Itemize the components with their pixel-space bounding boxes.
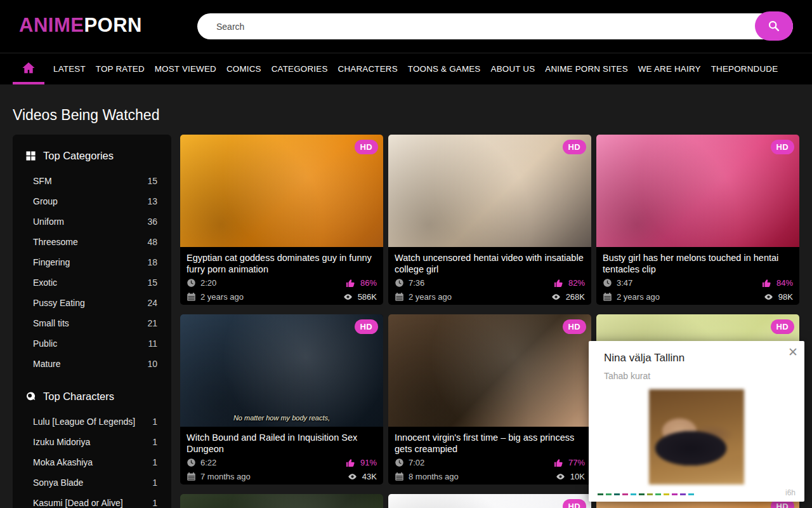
video-card[interactable]: HD Innocent virgin's first time – big as…: [388, 314, 591, 485]
character-count: 1: [152, 478, 157, 488]
category-item[interactable]: Uniform 36: [24, 211, 160, 232]
ad-dash: [631, 493, 636, 495]
ad-dash: [672, 493, 678, 495]
character-item[interactable]: Kasumi [Dead or Alive] 1: [24, 493, 160, 508]
category-item[interactable]: Group 13: [24, 191, 160, 211]
nav-item[interactable]: WE ARE HAIRY: [638, 64, 701, 74]
video-thumbnail[interactable]: [180, 494, 383, 508]
video-views: 268K: [551, 292, 585, 302]
category-label: Exotic: [33, 277, 57, 288]
video-likes: 82%: [554, 278, 585, 288]
category-item[interactable]: Public 11: [24, 333, 160, 354]
logo-text-secondary: PORN: [84, 14, 142, 36]
video-age: 7 months ago: [187, 472, 251, 481]
category-item[interactable]: Pussy Eating 24: [24, 293, 160, 313]
category-label: Fingering: [33, 257, 70, 267]
character-label: Kasumi [Dead or Alive]: [33, 498, 123, 508]
site-logo[interactable]: ANIMEPORN: [19, 14, 142, 37]
top-characters-header: Top Characters: [25, 391, 160, 403]
character-label: Sonya Blade: [33, 478, 83, 488]
category-count: 18: [147, 257, 157, 267]
nav-item[interactable]: TOONS & GAMES: [408, 64, 481, 74]
popup-watermark: i6h: [785, 488, 796, 497]
video-info: Busty girl has her melons touched in hen…: [596, 247, 799, 305]
nav-item[interactable]: LATEST: [53, 64, 86, 74]
nav-item-home[interactable]: [13, 53, 44, 84]
category-count: 24: [147, 298, 157, 308]
video-card-partial[interactable]: [180, 494, 383, 508]
logo-text-primary: ANIME: [19, 14, 84, 36]
top-categories-title: Top Categories: [43, 150, 114, 162]
nav-item[interactable]: COMICS: [226, 64, 261, 74]
ad-dash: [647, 493, 653, 495]
character-count: 1: [152, 417, 157, 427]
category-item[interactable]: Exotic 15: [24, 272, 160, 293]
calendar-icon: [603, 292, 612, 302]
category-label: SFM: [33, 176, 52, 186]
calendar-icon: [395, 472, 404, 481]
nav-item[interactable]: CHARACTERS: [338, 64, 398, 74]
video-card[interactable]: HD No matter how my body reacts, Witch B…: [180, 314, 383, 485]
eye-icon: [763, 292, 774, 302]
nav-item[interactable]: ABOUT US: [491, 64, 535, 74]
clock-icon: [395, 458, 404, 467]
video-thumbnail[interactable]: HD: [388, 314, 591, 427]
video-title[interactable]: Busty girl has her melons touched in hen…: [603, 252, 793, 275]
video-title[interactable]: Innocent virgin's first time – big ass p…: [395, 432, 585, 455]
popup-subtitle: Tahab kurat: [604, 371, 789, 381]
nav-item[interactable]: TOP RATED: [96, 64, 145, 74]
video-thumbnail[interactable]: HD: [180, 135, 383, 247]
character-item[interactable]: Izuku Midoriya 1: [24, 432, 160, 452]
popup-close-button[interactable]: ✕: [788, 346, 798, 358]
video-card[interactable]: HD Egyptian cat goddess dominates guy in…: [180, 135, 383, 305]
character-item[interactable]: Lulu [League Of Legends] 1: [24, 411, 160, 432]
hd-badge: HD: [563, 499, 586, 508]
category-label: Public: [33, 338, 57, 349]
video-thumbnail[interactable]: HD No matter how my body reacts,: [180, 314, 383, 427]
category-count: 10: [147, 359, 157, 369]
nav-item[interactable]: MOST VIEWED: [155, 64, 216, 74]
home-icon: [22, 61, 36, 75]
video-card[interactable]: HD Watch uncensored hentai video with in…: [388, 135, 591, 305]
video-views: 98K: [763, 292, 793, 302]
video-title[interactable]: Watch uncensored hentai video with insat…: [395, 252, 585, 275]
category-item[interactable]: Small tits 21: [24, 313, 160, 333]
search-button[interactable]: [755, 11, 793, 41]
search-input[interactable]: [197, 13, 793, 39]
video-age: 2 years ago: [603, 292, 660, 302]
category-item[interactable]: Threesome 48: [24, 232, 160, 252]
video-duration: 7:36: [395, 278, 424, 288]
character-item[interactable]: Moka Akashiya 1: [24, 452, 160, 472]
video-thumbnail[interactable]: HD: [596, 135, 799, 247]
category-item[interactable]: Fingering 18: [24, 252, 160, 272]
category-item[interactable]: Mature 10: [24, 354, 160, 374]
character-count: 1: [152, 437, 157, 447]
top-categories-section: Top Categories SFM 15 Group 13: [24, 150, 160, 374]
video-card[interactable]: HD Busty girl has her melons touched in …: [596, 135, 799, 305]
video-likes: 77%: [554, 458, 585, 468]
nav-item[interactable]: ANIME PORN SITES: [545, 64, 627, 74]
video-thumbnail[interactable]: HD: [388, 135, 591, 247]
character-item[interactable]: Sonya Blade 1: [24, 472, 160, 493]
video-likes: 84%: [762, 278, 793, 288]
video-thumbnail[interactable]: HD: [388, 494, 591, 508]
thumbs-up-icon: [554, 458, 564, 468]
video-title[interactable]: Witch Bound and Railed in Inquisition Se…: [187, 432, 377, 455]
site-header: ANIMEPORN: [0, 0, 812, 53]
nav-item[interactable]: CATEGORIES: [272, 64, 328, 74]
category-item[interactable]: SFM 15: [24, 171, 160, 191]
video-likes: 91%: [346, 458, 377, 468]
nav-item[interactable]: THEPORNDUDE: [711, 64, 778, 74]
grid-icon: [25, 150, 36, 161]
popup-ad-photo[interactable]: [649, 389, 744, 485]
ad-dash: [664, 493, 669, 495]
search-icon: [767, 19, 781, 33]
video-card-partial[interactable]: HD: [388, 494, 591, 508]
video-title[interactable]: Egyptian cat goddess dominates guy in fu…: [187, 252, 377, 275]
ad-dash: [606, 493, 612, 495]
video-duration: 6:22: [187, 458, 216, 467]
page-title: Videos Being Watched: [13, 107, 799, 124]
ad-dash: [655, 493, 661, 495]
calendar-icon: [187, 292, 196, 302]
eye-icon: [555, 472, 566, 481]
